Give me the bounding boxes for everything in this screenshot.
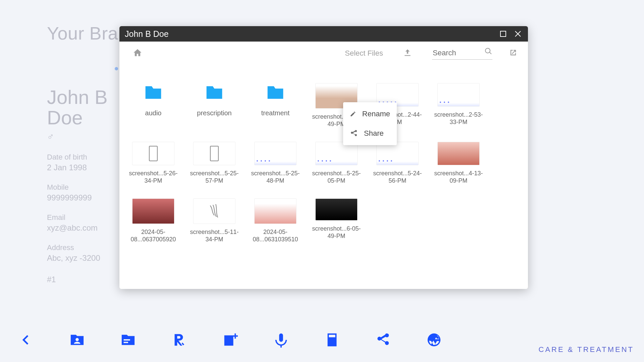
- file-label: screenshot...5-25-48-PM: [249, 170, 302, 184]
- home-button[interactable]: [133, 48, 142, 59]
- file-item[interactable]: 2024-05-08...0637005920: [123, 198, 183, 243]
- file-thumbnail: [193, 198, 235, 224]
- file-thumbnail: [315, 142, 358, 165]
- maximize-button[interactable]: [498, 29, 508, 39]
- folder-label: audio: [145, 109, 162, 117]
- select-files-button[interactable]: Select Files: [345, 49, 383, 58]
- folder-label: prescription: [197, 109, 231, 117]
- upload-button[interactable]: [403, 48, 412, 58]
- file-thumbnail: [376, 142, 419, 165]
- file-label: screenshot...5-25-05-PM: [310, 170, 363, 184]
- modal-toolbar: Select Files: [119, 42, 528, 65]
- file-thumbnail: [254, 142, 297, 165]
- close-button[interactable]: [513, 29, 523, 39]
- file-thumbnail: [437, 142, 480, 165]
- file-label: 2024-05-08...0637005920: [126, 229, 180, 243]
- menu-share-label: Share: [364, 129, 384, 138]
- file-item[interactable]: screenshot...5-25-05-PM: [306, 142, 367, 184]
- menu-rename-label: Rename: [362, 110, 390, 118]
- open-external-button[interactable]: [499, 48, 518, 59]
- search-input[interactable]: [432, 47, 492, 60]
- file-thumbnail: [193, 142, 235, 165]
- file-item[interactable]: screenshot...5-11-34-PM: [184, 198, 245, 243]
- file-item[interactable]: screenshot...5-24-56-PM: [367, 142, 428, 184]
- file-item[interactable]: screenshot...6-05-49-PM: [306, 198, 367, 243]
- file-label: screenshot...4-13-09-PM: [432, 170, 485, 184]
- folder-icon: [203, 83, 226, 103]
- svg-rect-0: [500, 31, 506, 37]
- file-thumbnail: [437, 83, 480, 107]
- file-thumbnail: [315, 198, 358, 221]
- menu-share[interactable]: Share: [343, 124, 397, 143]
- folder-icon: [264, 83, 287, 103]
- folder-treatment[interactable]: treatment: [245, 83, 306, 128]
- menu-rename[interactable]: Rename: [343, 104, 397, 124]
- file-label: screenshot...5-26-34-PM: [126, 170, 180, 184]
- file-label: screenshot...5-25-57-PM: [187, 170, 241, 184]
- file-label: screenshot...5-11-34-PM: [187, 229, 241, 243]
- file-item[interactable]: screenshot...5-26-34-PM: [123, 142, 183, 184]
- folder-label: treatment: [261, 109, 289, 117]
- modal-overlay: John B Doe Select Files: [0, 0, 644, 362]
- edit-icon: [350, 110, 356, 118]
- file-item[interactable]: screenshot...2-53-33-PM: [428, 83, 489, 128]
- folder-audio[interactable]: audio: [123, 83, 183, 128]
- file-item[interactable]: screenshot...4-13-09-PM: [428, 142, 489, 184]
- file-thumbnail: [254, 198, 297, 224]
- search-field-wrap: [432, 47, 492, 60]
- file-item[interactable]: screenshot...5-25-57-PM: [184, 142, 245, 184]
- search-icon[interactable]: [484, 47, 492, 57]
- file-item[interactable]: screenshot...5-25-48-PM: [245, 142, 306, 184]
- file-label: 2024-05-08...0631039510: [249, 229, 302, 243]
- modal-title-bar: John B Doe: [119, 26, 528, 42]
- file-item[interactable]: 2024-05-08...0631039510: [245, 198, 306, 243]
- files-modal: John B Doe Select Files: [119, 26, 528, 289]
- file-thumbnail: [132, 142, 174, 165]
- file-thumbnail: [132, 198, 174, 224]
- modal-title: John B Doe: [125, 29, 169, 39]
- file-label: screenshot...5-24-56-PM: [371, 170, 424, 184]
- share-icon: [350, 129, 358, 137]
- context-menu: Rename Share: [343, 102, 397, 145]
- file-label: screenshot...6-05-49-PM: [310, 225, 363, 240]
- folder-prescription[interactable]: prescription: [184, 83, 245, 128]
- file-label: screenshot...2-53-33-PM: [432, 111, 485, 126]
- folder-icon: [142, 83, 165, 103]
- file-grid: audio prescription treatment screenshot.…: [119, 72, 528, 289]
